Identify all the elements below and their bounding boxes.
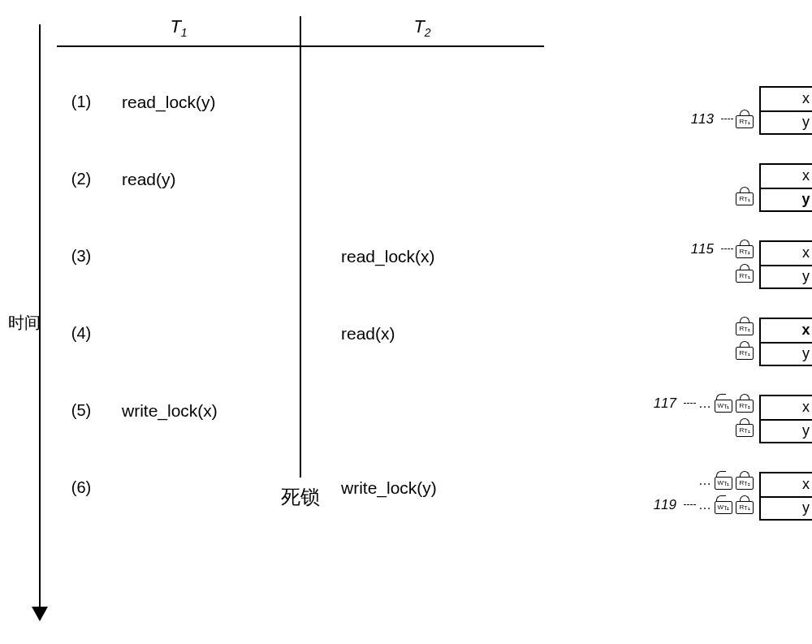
cell-y: y [759,419,812,443]
lock-icon: RT₂ [736,471,754,490]
step-num: (3) [57,247,106,266]
cell-y: y [759,496,812,521]
lock-icon: RT₁ [736,264,754,283]
state-diagrams: 113 RT₁ x y RT₁ x y [650,71,812,534]
lock-open-icon: WT₂ [715,495,732,514]
cell-y: y [759,188,812,212]
time-label: 时间 [8,311,41,333]
cell-y: y [759,110,812,135]
lock-icon: RT₁ [736,110,754,128]
ref-115: 115 [691,241,714,257]
ellipsis: … [698,473,711,488]
step-num: (2) [57,170,106,188]
ref-113: 113 [691,111,714,128]
step-num: (4) [57,324,106,343]
t2-op: read_lock(x) [325,247,544,266]
state-block: 113 RT₁ x y [650,71,812,149]
lock-icon: RT₁ [736,418,754,437]
data-cells: x y [759,472,812,521]
data-cells: x y [759,86,812,135]
transaction-table: T1 T2 (1) read_lock(y) (2) read(y) (3) [57,16,544,526]
time-arrow-icon [39,24,41,620]
ref-117: 117 [654,395,676,412]
t1-op: read(y) [106,170,325,189]
lock-icon: RT₂ [736,317,754,335]
t2-op: read(x) [325,324,544,344]
state-block: 115 RT₂ RT₁ x y [650,226,812,303]
step-num: (5) [57,401,106,420]
step-num: (6) [57,478,106,497]
lock-annotation: RT₁ [736,264,757,283]
lock-annotation: RT₂ [736,317,757,335]
lock-annotation: 119 … WT₂ RT₁ [654,495,757,514]
t1-op: write_lock(x) [106,401,325,421]
state-block: RT₁ x y [650,149,812,226]
step-num: (1) [57,93,106,111]
t2-op: write_lock(y) [325,478,544,498]
lock-icon: RT₁ [736,187,754,205]
cell-x: x [759,318,812,342]
t1-op: read_lock(y) [106,93,325,112]
state-block: RT₂ RT₁ x y [650,303,812,380]
cell-x: x [759,395,812,419]
lock-annotation: 115 RT₂ [691,240,757,258]
main-area: T1 T2 (1) read_lock(y) (2) read(y) (3) [57,16,796,628]
dash-connector [684,403,696,404]
lock-icon: RT₁ [736,341,754,360]
column-divider [300,16,301,478]
ellipsis: … [698,396,711,411]
lock-annotation: … WT₁ RT₂ [698,471,757,490]
lock-open-icon: WT₁ [715,394,732,413]
cell-x: x [759,240,812,265]
ellipsis: … [698,498,711,512]
cell-x: x [759,163,812,188]
data-cells: x y [759,163,812,212]
lock-icon: RT₁ [736,495,754,514]
ref-119: 119 [654,497,676,513]
time-axis: 时间 [16,16,57,628]
cell-x: x [759,472,812,496]
lock-open-icon: WT₁ [715,471,732,490]
lock-icon: RT₂ [736,240,754,258]
state-block: 117 … WT₁ RT₂ RT₁ x y [650,380,812,457]
lock-icon: RT₂ [736,394,754,413]
lock-annotation: 113 RT₁ [691,110,757,128]
deadlock-label: 死锁 [281,484,320,510]
dash-connector [684,504,696,505]
cell-y: y [759,265,812,289]
data-cells: x y [759,318,812,366]
dash-connector [721,119,733,119]
dash-connector [721,249,733,249]
lock-annotation: RT₁ [736,341,757,360]
lock-annotation: RT₁ [736,187,757,205]
lock-annotation: 117 … WT₁ RT₂ [654,394,757,413]
data-cells: x y [759,240,812,289]
cell-x: x [759,86,812,110]
state-block: … WT₁ RT₂ 119 … WT₂ RT₁ x y [650,457,812,534]
header-t1: T1 [57,16,300,39]
cell-y: y [759,342,812,366]
header-t2: T2 [300,16,544,39]
data-cells: x y [759,395,812,443]
diagram-container: 时间 T1 T2 (1) read_lock(y) (2) read(y) [16,16,796,628]
lock-annotation: RT₁ [736,418,757,437]
